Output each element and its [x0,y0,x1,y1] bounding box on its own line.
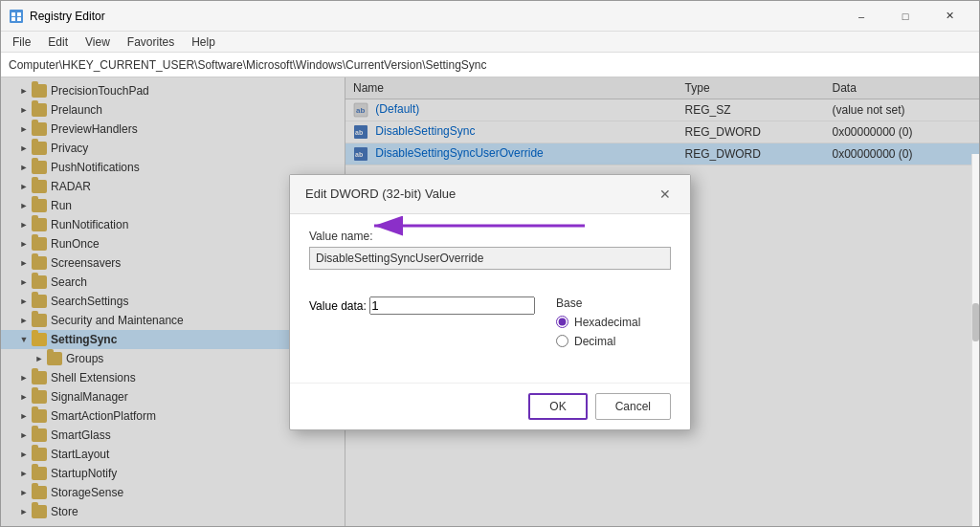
menu-favorites[interactable]: Favorites [120,33,182,51]
svg-rect-4 [17,17,21,21]
title-bar: Registry Editor – □ ✕ [1,1,979,32]
decimal-option: Decimal [556,335,671,348]
value-data-input[interactable] [369,296,535,315]
dialog-body: Value name: Value data: Base Hexade [290,214,690,383]
decimal-label: Decimal [574,335,615,348]
regedit-icon [9,9,24,24]
value-data-label: Value data: [309,299,367,313]
dialog-title: Edit DWORD (32-bit) Value [305,187,456,201]
svg-rect-0 [10,10,23,23]
value-data-section: Value data: [309,296,537,354]
hexadecimal-label: Hexadecimal [574,316,640,329]
menu-help[interactable]: Help [184,33,223,51]
menu-bar: File Edit View Favorites Help [1,32,979,53]
dialog-footer: OK Cancel [290,383,690,429]
value-name-field: Value name: [309,230,671,283]
base-label: Base [556,296,671,310]
dialog-overlay: Edit DWORD (32-bit) Value ✕ Value name: … [1,77,979,526]
menu-view[interactable]: View [78,33,118,51]
minimize-button[interactable]: – [839,1,883,32]
window-title: Registry Editor [30,10,105,23]
hexadecimal-option: Hexadecimal [556,316,671,329]
svg-rect-2 [17,12,21,16]
decimal-radio[interactable] [556,335,568,347]
main-content: ► PrecisionTouchPad ► Prelaunch ► Previe… [1,77,979,526]
value-name-label: Value name: [309,230,671,243]
registry-editor-window: Registry Editor – □ ✕ File Edit View Fav… [0,0,980,527]
base-section: Base Hexadecimal Decimal [556,296,671,354]
edit-dword-dialog: Edit DWORD (32-bit) Value ✕ Value name: … [289,174,691,430]
svg-rect-1 [11,12,15,16]
menu-file[interactable]: File [5,33,38,51]
hexadecimal-radio[interactable] [556,316,568,328]
value-name-input [309,247,671,270]
title-bar-left: Registry Editor [9,9,105,24]
dialog-title-bar: Edit DWORD (32-bit) Value ✕ [290,175,690,214]
maximize-button[interactable]: □ [883,1,927,32]
vertical-scrollbar[interactable] [971,154,979,526]
address-bar: Computer\HKEY_CURRENT_USER\Software\Micr… [1,53,979,77]
ok-button[interactable]: OK [528,393,587,420]
dialog-row: Value data: Base Hexadecimal Decim [309,296,671,354]
cancel-button[interactable]: Cancel [595,393,671,420]
title-bar-controls: – □ ✕ [839,1,971,32]
close-button[interactable]: ✕ [927,1,971,32]
svg-rect-3 [11,17,15,21]
dialog-close-button[interactable]: ✕ [656,185,675,204]
address-path: Computer\HKEY_CURRENT_USER\Software\Micr… [9,58,487,72]
menu-edit[interactable]: Edit [40,33,76,51]
scrollbar-thumb[interactable] [972,303,979,341]
